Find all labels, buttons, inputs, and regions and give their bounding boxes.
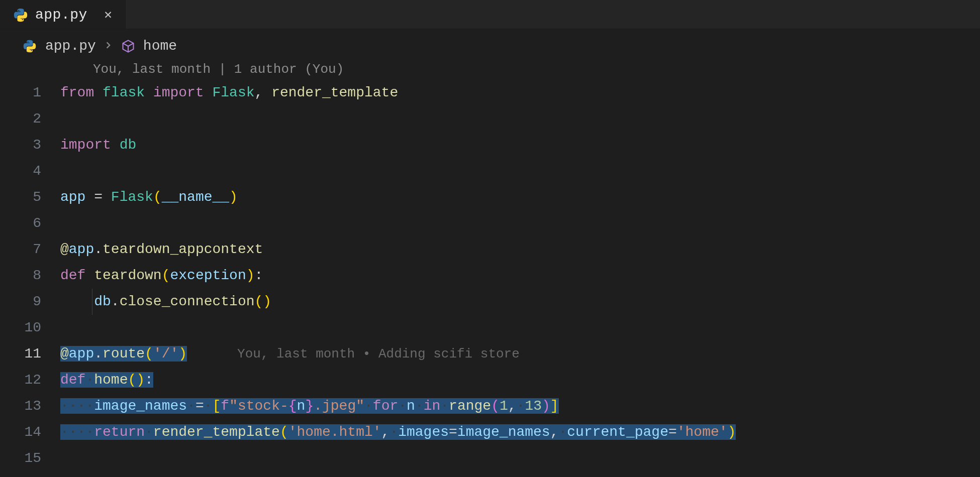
keyword: def	[60, 268, 85, 283]
tab-bar: app.py ✕	[0, 0, 980, 29]
bracket: [	[213, 398, 221, 414]
line-number: 13	[0, 393, 60, 419]
keyword: from	[60, 85, 94, 100]
code-line[interactable]: 15	[0, 445, 980, 471]
python-icon	[13, 8, 28, 23]
function: teardown_appcontext	[103, 242, 263, 257]
code-line[interactable]: 13 ····image_names·=·[f"stock-{n}.jpeg"·…	[0, 393, 980, 419]
code-line[interactable]: 5 app = Flask(__name__)	[0, 184, 980, 210]
line-number: 15	[0, 445, 60, 471]
bracket: (	[153, 189, 162, 205]
line-number: 6	[0, 210, 60, 236]
code-line[interactable]: 8 def teardown(exception):	[0, 263, 980, 289]
indent-guide	[92, 289, 92, 315]
code-line[interactable]: 12 def·home():	[0, 367, 980, 393]
line-number: 2	[0, 106, 60, 132]
code-line[interactable]: 10	[0, 315, 980, 341]
code-line[interactable]: 1 from flask import Flask, render_templa…	[0, 80, 980, 106]
bracket: )	[136, 372, 145, 388]
punct: .	[94, 346, 103, 362]
punct: :	[145, 372, 153, 388]
variable: app	[69, 242, 94, 257]
tab-title: app.py	[35, 7, 87, 23]
punct: .	[111, 294, 120, 309]
line-number: 14	[0, 419, 60, 445]
operator: =	[94, 189, 103, 205]
gitlens-annotation: You, last month • Adding scifi store	[237, 346, 520, 362]
number: 1	[500, 398, 508, 414]
close-icon[interactable]: ✕	[101, 7, 115, 24]
chevron-right-icon	[104, 38, 113, 54]
breadcrumb-symbol[interactable]: home	[143, 38, 177, 54]
code-line[interactable]: 9 db.close_connection()	[0, 289, 980, 315]
class: Flask	[213, 85, 255, 100]
code-editor[interactable]: 1 from flask import Flask, render_templa…	[0, 80, 980, 471]
bracket: )	[542, 398, 550, 414]
bracket: (	[280, 424, 288, 440]
identifier: render_template	[271, 85, 398, 100]
line-number: 7	[0, 236, 60, 263]
brace: {	[288, 398, 297, 414]
variable: image_names	[94, 398, 187, 414]
operator: =	[195, 398, 204, 414]
parameter: exception	[170, 268, 246, 283]
number: 13	[525, 398, 542, 414]
bracket: )	[229, 189, 238, 205]
punct: ,	[550, 424, 559, 440]
line-number: 8	[0, 263, 60, 289]
breadcrumb[interactable]: app.py home	[0, 29, 980, 59]
module: db	[94, 294, 111, 309]
line-number: 12	[0, 367, 60, 393]
line-number: 11	[0, 341, 60, 367]
decorator: @	[60, 242, 69, 257]
bracket: ]	[550, 398, 559, 414]
string-prefix: f	[221, 398, 229, 414]
code-line[interactable]: 2	[0, 106, 980, 132]
line-number: 3	[0, 132, 60, 158]
line-number: 5	[0, 184, 60, 210]
bracket: (	[145, 346, 153, 362]
string: 'home.html'	[288, 424, 381, 440]
function: teardown	[94, 268, 161, 283]
keyword: in	[424, 398, 441, 414]
keyword: import	[60, 137, 111, 153]
variable: app	[69, 346, 94, 362]
variable: app	[60, 189, 85, 205]
punct: :	[255, 268, 263, 283]
codelens-authors[interactable]: You, last month | 1 author (You)	[0, 59, 980, 80]
bracket: )	[178, 346, 187, 362]
kwarg: current_page	[567, 424, 668, 440]
function: home	[94, 372, 128, 388]
line-number: 4	[0, 158, 60, 184]
brace: }	[305, 398, 314, 414]
module: db	[120, 137, 137, 153]
code-line[interactable]: 6	[0, 210, 980, 236]
code-line[interactable]: 4	[0, 158, 980, 184]
function: render_template	[153, 424, 280, 440]
bracket: (	[254, 294, 263, 309]
operator: =	[668, 424, 677, 440]
punct: .	[94, 242, 103, 257]
string: 'home'	[677, 424, 728, 440]
punct: ,	[381, 424, 390, 440]
breadcrumb-file[interactable]: app.py	[45, 38, 96, 54]
string: "stock-	[229, 398, 288, 414]
python-icon	[22, 39, 37, 54]
string: '/'	[153, 346, 178, 362]
code-line[interactable]: 3 import db	[0, 132, 980, 158]
bracket: )	[246, 268, 255, 283]
variable: n	[407, 398, 415, 414]
keyword: return	[94, 424, 145, 440]
variable: n	[297, 398, 306, 414]
function: close_connection	[120, 294, 255, 309]
code-line[interactable]: 7 @app.teardown_appcontext	[0, 236, 980, 263]
code-line[interactable]: 11 @app.route('/')You, last month • Addi…	[0, 341, 980, 367]
tab-app-py[interactable]: app.py ✕	[0, 0, 126, 29]
punct: ,	[508, 398, 517, 414]
keyword: import	[153, 85, 204, 100]
string: .jpeg"	[314, 398, 364, 414]
code-line[interactable]: 14 ····return·render_template('home.html…	[0, 419, 980, 445]
line-number: 9	[0, 289, 60, 315]
line-number: 10	[0, 315, 60, 341]
bracket: (	[128, 372, 136, 388]
